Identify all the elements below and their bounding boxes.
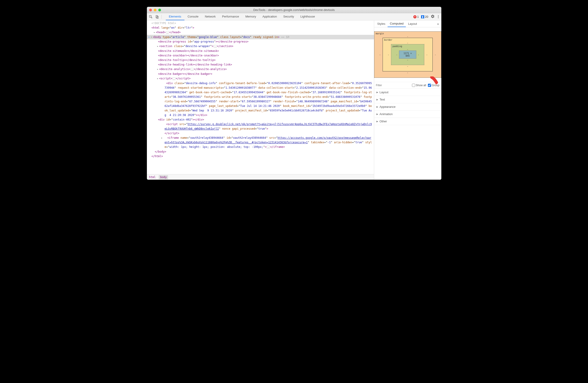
dom-node[interactable]: <div id="contain-402"></div> [147, 117, 374, 122]
message-count[interactable]: ❚ 20 [421, 15, 428, 19]
message-icon: ❚ [421, 15, 424, 19]
more-button[interactable] [437, 14, 440, 19]
dom-tree[interactable]: <!DOCTYPE html> <html lang="en" dir="ltr… [147, 20, 374, 174]
dom-node[interactable]: <script src="https://survey.g.doubleclic… [155, 122, 374, 135]
stab-styles[interactable]: Styles [375, 21, 388, 27]
section-animation[interactable]: ▶Animation [374, 111, 441, 118]
main-toolbar: Elements Console Network Performance Mem… [147, 13, 441, 20]
border-label: border [384, 39, 392, 41]
elements-panel: <!DOCTYPE html> <html lang="en" dir="ltr… [147, 20, 374, 180]
margin-label: margin [376, 32, 384, 35]
chevron-right-icon: ▶ [377, 113, 378, 115]
section-layout[interactable]: ▶Layout [374, 89, 441, 96]
dom-node[interactable]: <devsite-snackbar></devsite-snackbar> [147, 53, 374, 58]
showall-checkbox[interactable]: Show all [412, 84, 426, 87]
breadcrumb: html body [147, 174, 374, 180]
group-input[interactable] [428, 84, 431, 87]
dom-node[interactable]: <devsite-progress id="app-progress"></de… [147, 39, 374, 44]
panel-tabs: Elements Console Network Performance Mem… [166, 13, 318, 20]
box-model[interactable]: margin - - border - - padding - [374, 27, 441, 82]
tab-lighthouse[interactable]: Lighthouse [297, 13, 318, 20]
error-icon: × [413, 15, 417, 19]
settings-button[interactable] [431, 14, 435, 19]
error-count[interactable]: × 1 [413, 15, 419, 19]
message-number: 20 [425, 15, 428, 19]
dom-node[interactable]: </html> [147, 154, 374, 158]
side-panel: Styles Computed Layout » margin - - bord… [374, 20, 441, 180]
dom-node[interactable]: <devsite-badger></devsite-badger> [147, 72, 374, 76]
dom-node[interactable]: <!DOCTYPE html> [147, 21, 374, 25]
filter-row: Show all Group [374, 82, 441, 89]
more-tabs-icon[interactable]: » [436, 22, 440, 26]
tab-elements[interactable]: Elements [166, 13, 185, 20]
stab-layout[interactable]: Layout [406, 21, 419, 27]
filter-input[interactable] [376, 84, 410, 87]
dom-node[interactable]: <devsite-heading-link></devsite-heading-… [147, 62, 374, 67]
content-size: 1171 × 845 [399, 51, 417, 59]
chevron-right-icon: ▶ [377, 120, 378, 123]
inspect-icon[interactable] [149, 15, 153, 19]
chevron-right-icon: ▶ [377, 106, 378, 108]
showall-label: Show all [416, 84, 426, 87]
dom-node[interactable]: <devsite-tooltip></devsite-tooltip> [147, 58, 374, 62]
chevron-right-icon: ▶ [377, 98, 378, 101]
dom-node[interactable]: </body> [147, 150, 374, 154]
side-tabs: Styles Computed Layout » [374, 20, 441, 27]
tab-security[interactable]: Security [280, 13, 297, 20]
group-label: Group [432, 84, 439, 87]
stab-computed[interactable]: Computed [388, 20, 406, 27]
tab-console[interactable]: Console [185, 13, 202, 20]
dom-node[interactable]: <html lang="en" dir="ltr"> [147, 25, 374, 30]
window-title: DevTools - developers.google.com/web/too… [147, 8, 441, 12]
padding-label: padding [393, 45, 402, 48]
group-checkbox[interactable]: Group [428, 84, 439, 87]
dom-node[interactable]: ▸<section class="devsite-wrapper">…</sec… [147, 44, 374, 49]
dom-node[interactable]: ▸<devsite-analytics>…</devsite-analytics… [147, 67, 374, 72]
section-other[interactable]: ▶Other [374, 118, 441, 125]
dom-node[interactable]: ▸<script>…</script> [147, 76, 374, 81]
tab-network[interactable]: Network [202, 13, 219, 20]
dom-node[interactable]: <div class="devsite-debug-info" configur… [155, 81, 374, 117]
dom-node[interactable]: <devsite-sitemask></devsite-sitemask> [147, 49, 374, 53]
devtools-window: DevTools - developers.google.com/web/too… [147, 7, 441, 180]
breadcrumb-html[interactable]: html [149, 175, 156, 179]
error-number: 1 [417, 15, 419, 19]
dom-node-selected[interactable]: ⋯▾<body type="article" theme="google-blu… [147, 35, 374, 39]
dom-node[interactable]: ▸<iframe name="oauth2relay438944664" id=… [155, 135, 374, 150]
breadcrumb-body[interactable]: body [159, 175, 168, 179]
tab-memory[interactable]: Memory [242, 13, 259, 20]
tab-application[interactable]: Application [259, 13, 280, 20]
section-appearance[interactable]: ▶Appearance [374, 103, 441, 111]
section-text[interactable]: ▶Text [374, 96, 441, 103]
device-toggle-icon[interactable] [155, 15, 159, 19]
chevron-right-icon: ▶ [377, 91, 378, 94]
computed-sections: ▶Layout ▶Text ▶Appearance ▶Animation ▶Ot… [374, 89, 441, 180]
showall-input[interactable] [412, 84, 415, 87]
tab-performance[interactable]: Performance [219, 13, 242, 20]
dom-node[interactable]: ▸<head>…</head> [147, 30, 374, 35]
titlebar: DevTools - developers.google.com/web/too… [147, 7, 441, 13]
